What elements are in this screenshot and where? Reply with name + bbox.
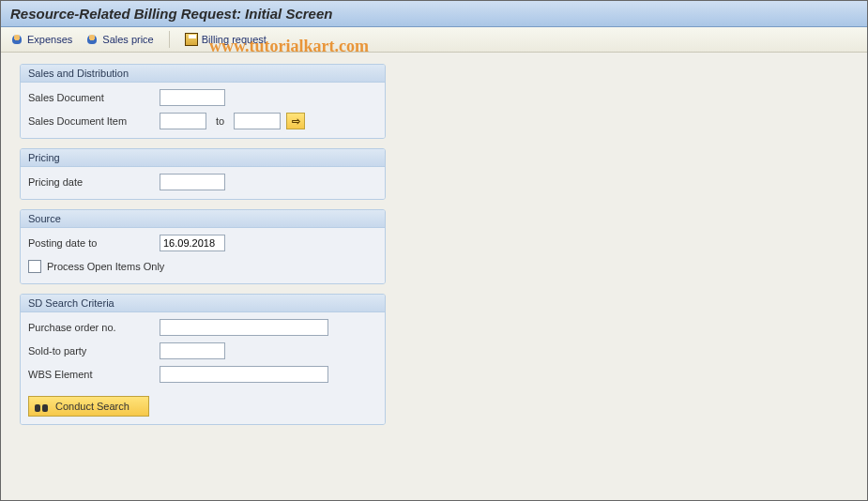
pricing-date-label: Pricing date <box>28 176 160 188</box>
posting-date-label: Posting date to <box>28 237 160 249</box>
group-title: Sales and Distribution <box>21 65 385 83</box>
person-icon <box>10 33 23 46</box>
multiple-selection-button[interactable]: ⇨ <box>286 113 305 129</box>
sales-price-label: Sales price <box>102 34 153 45</box>
sales-document-label: Sales Document <box>28 92 160 103</box>
posting-date-input[interactable] <box>160 235 225 251</box>
sales-document-item-to-input[interactable] <box>234 113 281 129</box>
expenses-button[interactable]: Expenses <box>10 33 72 46</box>
sales-document-input[interactable] <box>160 89 225 106</box>
wbs-label: WBS Element <box>28 369 160 380</box>
arrow-right-icon: ⇨ <box>292 115 300 128</box>
pricing-date-input[interactable] <box>160 174 225 190</box>
to-label: to <box>216 115 224 127</box>
group-source: Source Posting date to Process Open Item… <box>20 209 386 284</box>
billing-request-button[interactable]: Billing request <box>185 33 266 46</box>
group-title: SD Search Criteria <box>21 295 385 312</box>
soldto-label: Sold-to party <box>28 345 160 357</box>
group-sales-distribution: Sales and Distribution Sales Document Sa… <box>20 64 386 139</box>
page-title: Resource-Related Billing Request: Initia… <box>1 1 867 27</box>
binoculars-icon <box>35 401 48 412</box>
conduct-search-button[interactable]: Conduct Search <box>28 396 149 417</box>
form-content: Sales and Distribution Sales Document Sa… <box>1 53 867 446</box>
sales-price-button[interactable]: Sales price <box>85 33 153 46</box>
process-open-items-label: Process Open Items Only <box>47 261 164 272</box>
group-pricing: Pricing Pricing date <box>20 148 386 200</box>
sold-to-party-input[interactable] <box>160 342 225 359</box>
expenses-label: Expenses <box>27 34 72 45</box>
process-open-items-checkbox[interactable] <box>28 260 41 273</box>
person-icon <box>85 33 99 46</box>
po-label: Purchase order no. <box>28 322 160 333</box>
group-sd-search: SD Search Criteria Purchase order no. So… <box>20 294 386 425</box>
group-title: Source <box>21 210 385 228</box>
sales-document-item-from-input[interactable] <box>160 113 206 129</box>
save-icon <box>185 33 198 46</box>
purchase-order-input[interactable] <box>160 319 328 336</box>
app-toolbar: Expenses Sales price Billing request <box>1 27 867 53</box>
group-title: Pricing <box>21 149 385 167</box>
sales-document-item-label: Sales Document Item <box>28 115 160 127</box>
wbs-element-input[interactable] <box>160 366 328 383</box>
billing-request-label: Billing request <box>202 34 266 45</box>
conduct-search-label: Conduct Search <box>55 401 129 412</box>
toolbar-separator <box>169 31 170 48</box>
